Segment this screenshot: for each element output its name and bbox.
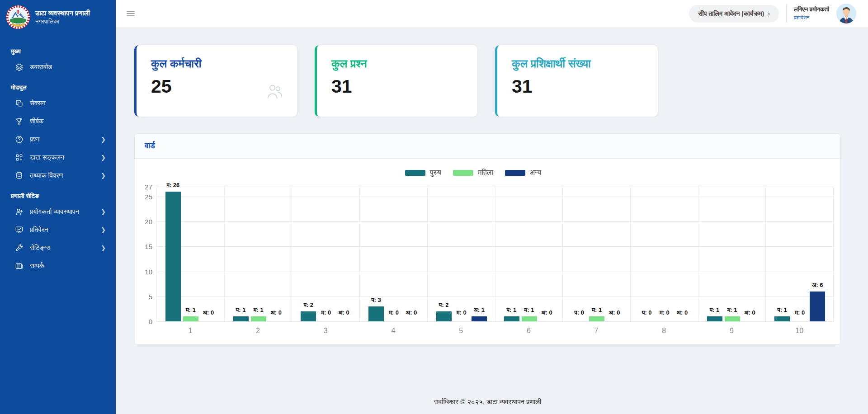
sidebar-item-label: शीर्षक bbox=[30, 118, 106, 125]
sidebar-item-contact[interactable]: सम्पर्क bbox=[0, 257, 116, 275]
trophy-icon bbox=[14, 117, 24, 126]
y-axis-tick: 0 bbox=[149, 318, 152, 325]
program-application-button[interactable]: सीप तालिम आवेदन (कार्यक्रम) › bbox=[689, 5, 779, 23]
y-axis-tick: 15 bbox=[145, 243, 152, 250]
legend-label: पुरुष bbox=[430, 169, 441, 177]
y-axis-tick: 25 bbox=[145, 193, 152, 201]
program-application-label: सीप तालिम आवेदन (कार्यक्रम) bbox=[698, 10, 764, 18]
user-meta: लगिएन प्रयोगकर्ता प्रशायेसन bbox=[794, 6, 829, 21]
legend-item: पुरुष bbox=[405, 169, 441, 177]
sections-icon bbox=[14, 99, 24, 108]
chevron-right-icon: › bbox=[768, 10, 770, 17]
sidebar-item-layers[interactable]: ड्यासबोड bbox=[0, 58, 116, 76]
x-axis-label: 10 bbox=[765, 327, 833, 335]
gridline-vertical bbox=[630, 187, 631, 321]
sidebar-item-label: प्रश्न bbox=[30, 136, 94, 143]
bar-पुरुष-ward-10 bbox=[774, 316, 790, 321]
y-axis-tick: 10 bbox=[145, 268, 152, 275]
brand-subtitle: नगरपालिका bbox=[35, 18, 90, 25]
chevron-right-icon: ❯ bbox=[101, 136, 106, 143]
sidebar-item-label: सेक्सन bbox=[30, 99, 106, 107]
stat-card: कुल कर्मचारी25 bbox=[134, 45, 297, 117]
menu-toggle-icon[interactable] bbox=[124, 7, 137, 20]
y-axis-tick: 20 bbox=[145, 218, 152, 226]
app-root: डाटा व्यवस्थापन प्रणाली नगरपालिका मुख्यड… bbox=[0, 0, 868, 414]
bar-value-label: अ: 0 bbox=[194, 309, 223, 316]
nav-section-header: प्रणाली सेटिङ bbox=[0, 184, 116, 202]
bar-value-label: अ: 0 bbox=[533, 309, 561, 316]
y-axis-tick: 5 bbox=[149, 292, 152, 300]
question-icon bbox=[14, 135, 24, 144]
sidebar-item-report[interactable]: प्रतिवेदन❯ bbox=[0, 221, 116, 239]
stat-card: कुल प्रशिक्षार्थी संख्या31 bbox=[495, 45, 658, 117]
y-axis-tick: 27 bbox=[145, 183, 152, 191]
contact-icon bbox=[14, 261, 24, 270]
x-axis-label: 9 bbox=[698, 327, 766, 335]
legend-item: महिला bbox=[453, 169, 493, 177]
chart-legend: पुरुषमहिलाअन्य bbox=[135, 169, 811, 177]
bar-value-label: अ: 0 bbox=[329, 309, 358, 316]
brand-title: डाटा व्यवस्थापन प्रणाली bbox=[35, 9, 90, 18]
brand: डाटा व्यवस्थापन प्रणाली नगरपालिका bbox=[0, 0, 116, 36]
stat-card-value: 31 bbox=[512, 76, 646, 97]
gridline-vertical bbox=[156, 187, 157, 321]
legend-label: अन्य bbox=[530, 169, 541, 177]
nav-section-header: मुख्य bbox=[0, 40, 116, 58]
wrench-icon bbox=[14, 243, 24, 252]
gridline-vertical bbox=[427, 187, 428, 321]
gridline-vertical bbox=[495, 187, 495, 321]
sidebar-item-label: प्रयोगकर्ता व्यावस्थापन bbox=[30, 208, 94, 216]
chart-card-header: वार्ड bbox=[135, 134, 840, 159]
bar-value-label: प: 3 bbox=[362, 296, 391, 304]
main-content: कुल कर्मचारी25कुल प्रश्न31कुल प्रशिक्षार… bbox=[116, 28, 868, 414]
layers-icon bbox=[14, 62, 24, 71]
people-icon bbox=[264, 82, 283, 103]
chevron-right-icon: ❯ bbox=[101, 154, 106, 161]
bar-पुरुष-ward-9 bbox=[707, 316, 722, 321]
gridline-vertical bbox=[292, 187, 292, 321]
gridline-vertical bbox=[562, 187, 563, 321]
gridline-horizontal bbox=[156, 321, 833, 322]
avatar-person-icon bbox=[836, 4, 856, 24]
chart-plot-area: 05101520252712345678910प: 26प: 1प: 2प: 3… bbox=[156, 187, 833, 321]
stat-card-title: कुल प्रश्न bbox=[331, 57, 466, 71]
x-axis-label: 4 bbox=[359, 327, 427, 335]
x-axis-label: 3 bbox=[292, 327, 359, 335]
gridline-vertical bbox=[833, 187, 834, 321]
bar-value-label: अ: 0 bbox=[397, 309, 426, 316]
chevron-right-icon: ❯ bbox=[101, 226, 106, 233]
bar-अन्य-ward-10 bbox=[810, 292, 825, 321]
sidebar-nav: मुख्यड्यासबोडमोड्युलसेक्सनशीर्षकप्रश्न❯ड… bbox=[0, 36, 116, 275]
bar-value-label: अ: 0 bbox=[668, 309, 697, 316]
stats-row: कुल कर्मचारी25कुल प्रश्न31कुल प्रशिक्षार… bbox=[134, 45, 841, 117]
sidebar-item-wrench[interactable]: सेटिङ्ग्स❯ bbox=[0, 239, 116, 257]
bar-पुरुष-ward-2 bbox=[233, 316, 249, 321]
bar-महिला-ward-9 bbox=[725, 316, 740, 321]
user-role-link[interactable]: प्रशायेसन bbox=[794, 15, 810, 21]
bar-value-label: प: 26 bbox=[159, 182, 188, 189]
chevron-right-icon: ❯ bbox=[101, 208, 106, 215]
sidebar-item-data-collection[interactable]: डाटा सङ्कलन❯ bbox=[0, 148, 116, 166]
bar-value-label: अ: 6 bbox=[803, 282, 832, 289]
sidebar-item-sections[interactable]: सेक्सन bbox=[0, 94, 116, 112]
sidebar-item-label: सेटिङ्ग्स bbox=[30, 244, 94, 252]
sidebar-item-label: तथ्यांक विवरण bbox=[30, 172, 94, 179]
gridline-vertical bbox=[359, 187, 360, 321]
topbar-divider bbox=[786, 5, 787, 23]
sidebar-item-user-add[interactable]: प्रयोगकर्ता व्यावस्थापन❯ bbox=[0, 202, 116, 221]
sidebar-item-trophy[interactable]: शीर्षक bbox=[0, 112, 116, 130]
nav-section-header: मोड्युल bbox=[0, 76, 116, 94]
sidebar-item-question[interactable]: प्रश्न❯ bbox=[0, 130, 116, 148]
user-avatar[interactable] bbox=[836, 4, 856, 24]
user-add-icon bbox=[14, 207, 24, 216]
sidebar-item-label: डाटा सङ्कलन bbox=[30, 154, 94, 161]
x-axis-label: 7 bbox=[562, 327, 630, 335]
stat-card-value: 31 bbox=[331, 76, 466, 97]
stat-card-title: कुल प्रशिक्षार्थी संख्या bbox=[512, 57, 646, 71]
x-axis-label: 6 bbox=[495, 327, 563, 335]
sidebar: डाटा व्यवस्थापन प्रणाली नगरपालिका मुख्यड… bbox=[0, 0, 116, 414]
legend-swatch bbox=[505, 170, 525, 176]
legend-swatch bbox=[453, 170, 473, 176]
gridline-vertical bbox=[765, 187, 766, 321]
sidebar-item-database[interactable]: तथ्यांक विवरण❯ bbox=[0, 166, 116, 184]
